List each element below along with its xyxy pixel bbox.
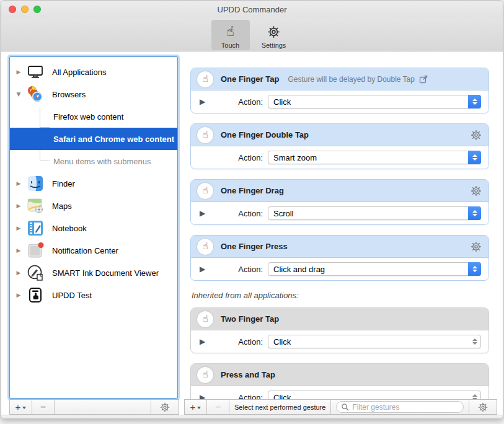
gesture-settings-gear-icon[interactable] bbox=[470, 129, 482, 141]
disclosure-triangle-icon[interactable]: ▶ bbox=[15, 247, 22, 254]
content-area: ▶ All Applications ▼ bbox=[1, 52, 503, 399]
stepper-icon[interactable] bbox=[468, 206, 481, 220]
gesture-header[interactable]: ☝ Press and Tap bbox=[191, 364, 489, 386]
stepper-icon[interactable] bbox=[468, 151, 481, 164]
sidebar-item-all-applications[interactable]: ▶ All Applications bbox=[10, 61, 177, 83]
gesture-panel-press-and-tap: ☝ Press and Tap ▶ Action: Click bbox=[190, 363, 489, 399]
notification-center-icon bbox=[26, 241, 45, 260]
gesture-header[interactable]: ☝ One Finger Drag bbox=[191, 180, 489, 202]
gesture-body: ▶ Action: Smart zoom bbox=[191, 146, 489, 169]
one-finger-drag-icon: ☝ bbox=[197, 183, 213, 199]
stepper-icon[interactable] bbox=[468, 335, 481, 348]
sidebar-item-updd-test[interactable]: ▶ UPDD Test bbox=[10, 284, 177, 306]
sidebar-item-label: All Applications bbox=[52, 68, 106, 77]
sidebar-item-maps[interactable]: ▶ Maps bbox=[10, 195, 177, 217]
window-title: UPDD Commander bbox=[218, 5, 287, 14]
stepper-icon[interactable] bbox=[468, 391, 481, 399]
add-application-button[interactable]: + bbox=[10, 400, 32, 414]
action-dropdown[interactable]: Smart zoom bbox=[268, 151, 481, 164]
gear-icon bbox=[267, 25, 281, 39]
action-value: Smart zoom bbox=[273, 153, 317, 162]
sidebar-item-label: Firefox web content bbox=[53, 112, 123, 121]
gesture-title: One Finger Press bbox=[221, 242, 288, 251]
action-dropdown[interactable]: Click and drag bbox=[268, 262, 481, 276]
sidebar-item-browsers[interactable]: ▼ Browsers bbox=[10, 83, 177, 105]
external-link-icon[interactable] bbox=[419, 75, 428, 84]
gesture-settings-gear-icon[interactable] bbox=[470, 241, 482, 253]
gesture-title: One Finger Tap bbox=[221, 74, 279, 84]
gesture-panel-one-finger-tap: ☝ One Finger Tap Gesture will be delayed… bbox=[190, 68, 489, 113]
application-tree: ▶ All Applications ▼ bbox=[9, 56, 178, 399]
expand-triangle-icon[interactable]: ▶ bbox=[200, 265, 212, 273]
select-next-performed-gesture-button[interactable]: Select next performed gesture bbox=[229, 400, 331, 414]
disclosure-triangle-icon[interactable]: ▶ bbox=[15, 270, 22, 276]
expand-triangle-icon[interactable]: ▶ bbox=[200, 337, 212, 346]
sidebar-item-notebook[interactable]: ▶ Notebook bbox=[10, 217, 177, 239]
one-finger-tap-icon: ☝ bbox=[197, 71, 213, 87]
gesture-header[interactable]: ☝ One Finger Press bbox=[191, 236, 489, 258]
action-dropdown[interactable]: Click bbox=[268, 95, 481, 108]
gesture-panel-one-finger-drag: ☝ One Finger Drag ▶ Action: Scroll bbox=[190, 179, 489, 225]
gesture-settings-gear-icon[interactable] bbox=[470, 185, 482, 197]
sidebar-actions-gear-button[interactable] bbox=[151, 400, 179, 414]
bottom-bar-spacer bbox=[55, 400, 151, 414]
close-button[interactable] bbox=[9, 6, 16, 13]
sidebar-item-smart-ink-document-viewer[interactable]: ▶ SMART Ink Document Viewer bbox=[10, 262, 177, 284]
sidebar-item-firefox-web-content[interactable]: Firefox web content bbox=[10, 105, 177, 128]
filter-gestures-input[interactable]: Filter gestures bbox=[336, 401, 464, 413]
disclosure-triangle-icon[interactable]: ▶ bbox=[15, 180, 22, 187]
action-label: Action: bbox=[212, 265, 263, 274]
action-value: Scroll bbox=[273, 209, 294, 218]
action-value: Click bbox=[273, 97, 291, 107]
zoom-button[interactable] bbox=[33, 6, 41, 13]
gesture-body: ▶ Action: Click bbox=[191, 330, 489, 353]
filter-placeholder: Filter gestures bbox=[352, 403, 399, 412]
disclosure-triangle-icon[interactable]: ▶ bbox=[15, 69, 22, 75]
touch-label: Touch bbox=[221, 42, 239, 49]
gesture-actions-gear-button[interactable] bbox=[469, 400, 497, 414]
disclosure-triangle-icon[interactable]: ▶ bbox=[15, 292, 22, 298]
sidebar-item-label: Menu items with submenus bbox=[53, 157, 151, 166]
sidebar-item-finder[interactable]: ▶ Finder bbox=[10, 172, 177, 195]
finder-icon bbox=[26, 174, 45, 193]
all-applications-icon bbox=[26, 63, 45, 81]
gesture-header[interactable]: ☝ Two Finger Tap bbox=[191, 308, 489, 330]
browsers-icon bbox=[26, 85, 45, 104]
expand-triangle-icon[interactable]: ▶ bbox=[200, 97, 212, 106]
smart-ink-icon bbox=[26, 263, 45, 282]
gesture-body: ▶ Action: Click bbox=[191, 386, 489, 399]
minimize-button[interactable] bbox=[21, 6, 29, 13]
settings-label: Settings bbox=[262, 42, 286, 49]
disclosure-triangle-icon[interactable]: ▶ bbox=[15, 203, 22, 209]
remove-application-button[interactable]: − bbox=[32, 400, 55, 414]
add-gesture-button[interactable]: + bbox=[185, 400, 207, 414]
gesture-header[interactable]: ☝ One Finger Double Tap bbox=[191, 124, 489, 146]
stepper-icon[interactable] bbox=[468, 95, 481, 108]
expand-triangle-icon[interactable]: ▶ bbox=[200, 393, 212, 399]
toolbar-settings-button[interactable]: Settings bbox=[255, 20, 293, 50]
sidebar-item-safari-chrome-web-content[interactable]: Safari and Chrome web content bbox=[10, 128, 177, 150]
stepper-icon[interactable] bbox=[468, 262, 481, 276]
action-dropdown[interactable]: Click bbox=[268, 335, 481, 348]
disclosure-triangle-icon[interactable]: ▼ bbox=[15, 91, 22, 97]
action-dropdown[interactable]: Scroll bbox=[268, 206, 481, 220]
action-dropdown[interactable]: Click bbox=[268, 391, 481, 399]
disclosure-triangle-icon[interactable]: ▶ bbox=[15, 225, 22, 231]
gesture-list: ☝ One Finger Tap Gesture will be delayed… bbox=[184, 56, 497, 399]
updd-test-icon bbox=[26, 286, 45, 304]
sidebar-item-menu-items-with-submenus[interactable]: Menu items with submenus bbox=[10, 150, 177, 172]
sidebar-item-label: Notebook bbox=[52, 224, 87, 233]
gesture-note: Gesture will be delayed by Double Tap bbox=[288, 75, 415, 84]
expand-triangle-icon[interactable]: ▶ bbox=[200, 209, 212, 218]
toolbar-touch-button[interactable]: ☝ Touch bbox=[211, 20, 250, 50]
gear-icon bbox=[159, 402, 170, 413]
inherited-section-label: Inherited from all applications: bbox=[192, 291, 497, 300]
touch-hand-icon: ☝ bbox=[226, 25, 234, 38]
chevron-down-icon bbox=[197, 407, 201, 409]
gesture-panel-one-finger-press: ☝ One Finger Press ▶ Action: Click and d… bbox=[190, 235, 489, 281]
chevron-down-icon bbox=[22, 407, 26, 409]
sidebar-item-label: UPDD Test bbox=[52, 291, 92, 300]
sidebar-item-notification-center[interactable]: ▶ Notification Center bbox=[10, 239, 177, 262]
gesture-header[interactable]: ☝ One Finger Tap Gesture will be delayed… bbox=[191, 68, 489, 91]
remove-gesture-button[interactable]: − bbox=[207, 400, 229, 414]
